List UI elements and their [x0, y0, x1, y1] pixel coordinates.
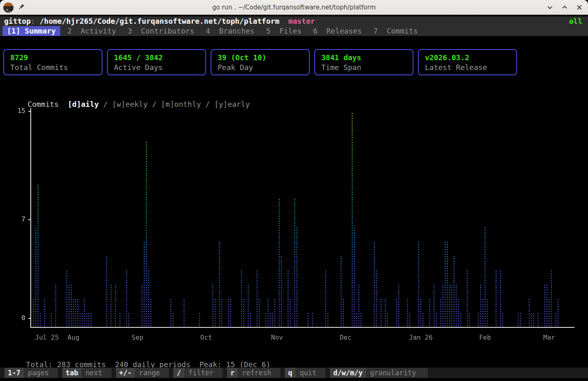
repo-path: /home/hjr265/Code/git.furqansoftware.net…	[35, 16, 284, 26]
card-time-span: 3841 days Time Span	[314, 49, 413, 75]
app-name-colon: :	[31, 16, 35, 26]
keybar: 1-7pages tabnext +/-range /filter rrefre…	[0, 367, 588, 378]
keybar-granularity[interactable]: d/w/m/ygranularity	[330, 368, 427, 378]
branch-name: master	[284, 16, 320, 26]
tab-contributors[interactable]: 3 Contributors	[123, 26, 199, 36]
tab-files[interactable]: 5 Files	[261, 26, 306, 36]
keybar-pages[interactable]: 1-7pages	[5, 368, 58, 378]
card-value: 39 (Oct 10)	[218, 53, 309, 63]
keybar-next[interactable]: tabnext	[62, 368, 111, 378]
tab-commits[interactable]: 7 Commits	[369, 26, 422, 36]
window-titlebar[interactable]: >_ go run . ~/Code/git.furqansoftware.ne…	[0, 0, 588, 15]
tab-summary[interactable]: [1] Summary	[2, 26, 60, 36]
tab-releases[interactable]: 6 Releases	[309, 26, 366, 36]
card-label: Time Span	[321, 63, 413, 72]
app-header-row: gittop: /home/hjr265/Code/git.furqansoft…	[0, 16, 588, 26]
scope-indicator: all	[569, 16, 588, 26]
card-total-commits: 8729 Total Commits	[3, 49, 102, 75]
tab-bar: [1] Summary 2 Activity 3 Contributors 4 …	[0, 26, 588, 36]
card-value: v2026.03.2	[425, 53, 516, 63]
stat-cards-row: 8729 Total Commits 1645 / 3842 Active Da…	[3, 49, 517, 75]
close-icon[interactable]	[576, 4, 583, 11]
app-name: gittop	[0, 16, 31, 26]
pin-icon[interactable]	[18, 3, 25, 11]
terminal-window: >_ go run . ~/Code/git.furqansoftware.ne…	[0, 0, 588, 381]
card-active-days: 1645 / 3842 Active Days	[107, 49, 206, 75]
tab-activity[interactable]: 2 Activity	[63, 26, 120, 36]
card-label: Active Days	[114, 63, 205, 72]
terminal-app-icon: >_	[3, 2, 14, 13]
card-peak-day: 39 (Oct 10) Peak Day	[211, 49, 310, 75]
card-value: 1645 / 3842	[114, 53, 205, 63]
commits-bar-chart	[0, 103, 588, 348]
maximize-icon[interactable]	[561, 4, 568, 11]
keybar-refresh[interactable]: rrefresh	[227, 368, 280, 378]
card-latest-release: v2026.03.2 Latest Release	[418, 49, 517, 75]
card-label: Peak Day	[218, 63, 309, 72]
card-label: Total Commits	[10, 63, 102, 72]
card-value: 3841 days	[321, 53, 413, 63]
card-value: 8729	[10, 53, 102, 63]
keybar-quit[interactable]: qquit	[285, 368, 325, 378]
card-label: Latest Release	[425, 63, 516, 72]
window-title: go run . ~/Code/git.furqansoftware.net/t…	[0, 4, 588, 11]
minimize-icon[interactable]	[546, 4, 554, 11]
keybar-filter[interactable]: /filter	[173, 368, 222, 378]
tab-branches[interactable]: 4 Branches	[201, 26, 259, 36]
keybar-range[interactable]: +/-range	[116, 368, 169, 378]
